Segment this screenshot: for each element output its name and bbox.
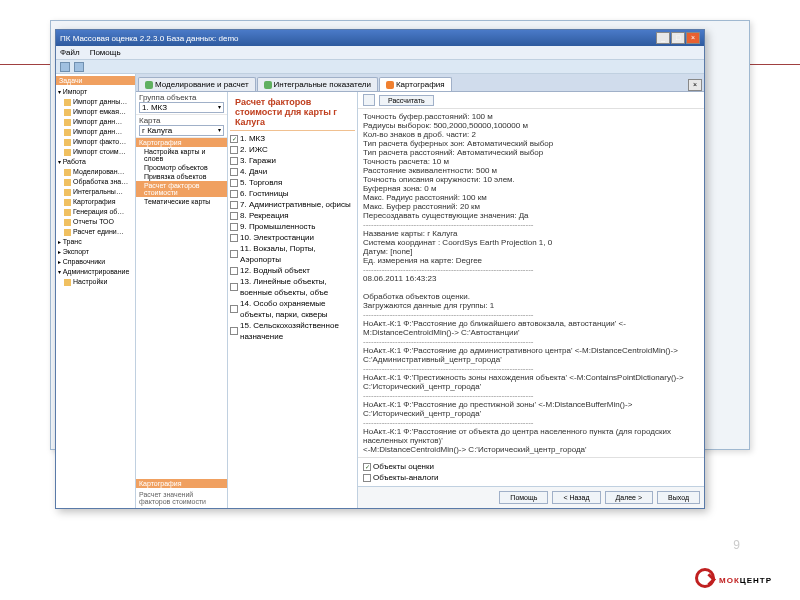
map-select[interactable]: г Калуга bbox=[139, 125, 224, 136]
tree-item[interactable]: Администрирование bbox=[56, 267, 135, 277]
toolbar-icon[interactable] bbox=[60, 62, 70, 72]
tabbar-close-icon[interactable]: × bbox=[688, 79, 702, 91]
checkbox[interactable] bbox=[230, 250, 238, 258]
group-check-item[interactable]: 2. ИЖС bbox=[230, 144, 355, 155]
group-check-item[interactable]: 8. Рекреация bbox=[230, 210, 355, 221]
side-section-header: Картография bbox=[136, 138, 227, 147]
tree-item[interactable]: Справочники bbox=[56, 257, 135, 267]
checkbox[interactable] bbox=[230, 212, 238, 220]
group-label: Группа объекта bbox=[139, 93, 224, 102]
group-check-item[interactable]: 5. Торговля bbox=[230, 177, 355, 188]
side-panel: Группа объекта 1. МКЗ Карта г Калуга Кар… bbox=[136, 92, 228, 508]
log-tool-icon[interactable] bbox=[363, 94, 375, 106]
exit-button[interactable]: Выход bbox=[657, 491, 700, 504]
checkbox-objects-eval[interactable] bbox=[363, 463, 371, 471]
tab[interactable]: Интегральные показатели bbox=[257, 77, 378, 91]
checkbox[interactable] bbox=[230, 179, 238, 187]
log-panel: Рассчитать Точность буфер.расстояний: 10… bbox=[358, 92, 704, 508]
tab-icon bbox=[145, 81, 153, 89]
checkbox[interactable] bbox=[230, 201, 238, 209]
tree-item[interactable]: Импорт bbox=[56, 87, 135, 97]
help-button[interactable]: Помощь bbox=[499, 491, 548, 504]
tree-item[interactable]: Импорт данн… bbox=[56, 127, 135, 137]
group-checklist-panel: Расчет факторов стоимости для карты г Ка… bbox=[228, 92, 358, 508]
tree-item[interactable]: Импорт стоим… bbox=[56, 147, 135, 157]
log-output: Точность буфер.расстояний: 100 мРадиусы … bbox=[358, 109, 704, 457]
tree-item[interactable]: Обработка зна… bbox=[56, 177, 135, 187]
side-footer-text: Расчет значений факторов стоимости bbox=[136, 488, 227, 508]
minimize-button[interactable]: _ bbox=[656, 32, 670, 44]
tree-item[interactable]: Отчеты ТОО bbox=[56, 217, 135, 227]
group-check-item[interactable]: 14. Особо охраняемые объекты, парки, скв… bbox=[230, 298, 355, 320]
group-check-item[interactable]: 10. Электростанции bbox=[230, 232, 355, 243]
group-check-item[interactable]: 6. Гостиницы bbox=[230, 188, 355, 199]
group-check-item[interactable]: 4. Дачи bbox=[230, 166, 355, 177]
back-button[interactable]: < Назад bbox=[552, 491, 600, 504]
logo-icon bbox=[695, 568, 715, 588]
tree-item[interactable]: Импорт данн… bbox=[56, 117, 135, 127]
tree-item[interactable]: Работа bbox=[56, 157, 135, 167]
menu-file[interactable]: Файл bbox=[60, 48, 80, 57]
group-check-item[interactable]: 3. Гаражи bbox=[230, 155, 355, 166]
map-label: Карта bbox=[139, 116, 224, 125]
tab-icon bbox=[386, 81, 394, 89]
dialog-button-row: Помощь < Назад Далее > Выход bbox=[358, 486, 704, 508]
side-item[interactable]: Тематические карты bbox=[136, 197, 227, 206]
task-tree: Задачи ИмпортИмпорт данны…Импорт емкая…И… bbox=[56, 74, 136, 508]
calculate-button[interactable]: Рассчитать bbox=[379, 95, 434, 106]
tree-item[interactable]: Импорт данны… bbox=[56, 97, 135, 107]
checkbox[interactable] bbox=[230, 327, 238, 335]
side-item[interactable]: Настройка карты и слоев bbox=[136, 147, 227, 163]
main-window: ПК Массовая оценка 2.2.3.0 База данных: … bbox=[55, 29, 705, 509]
tree-item[interactable]: Импорт факто… bbox=[56, 137, 135, 147]
checkbox[interactable] bbox=[230, 146, 238, 154]
checkbox-objects-analog[interactable] bbox=[363, 474, 371, 482]
checkbox[interactable] bbox=[230, 168, 238, 176]
tree-item[interactable]: Настройки bbox=[56, 277, 135, 287]
side-item[interactable]: Просмотр объектов bbox=[136, 163, 227, 172]
checkbox[interactable] bbox=[230, 190, 238, 198]
checkbox[interactable] bbox=[230, 157, 238, 165]
tree-item[interactable]: Транс bbox=[56, 237, 135, 247]
group-select[interactable]: 1. МКЗ bbox=[139, 102, 224, 113]
tree-item[interactable]: Экспорт bbox=[56, 247, 135, 257]
checkbox[interactable] bbox=[230, 135, 238, 143]
tree-item[interactable]: Картография bbox=[56, 197, 135, 207]
tree-item[interactable]: Генерация об… bbox=[56, 207, 135, 217]
tab-bar: Моделирование и расчетИнтегральные показ… bbox=[136, 74, 704, 92]
checkbox[interactable] bbox=[230, 283, 238, 291]
tree-item[interactable]: Моделирован… bbox=[56, 167, 135, 177]
checkbox[interactable] bbox=[230, 223, 238, 231]
side-footer-header: Картография bbox=[136, 479, 227, 488]
tree-item[interactable]: Интегральны… bbox=[56, 187, 135, 197]
menubar: Файл Помощь bbox=[56, 46, 704, 60]
menu-help[interactable]: Помощь bbox=[90, 48, 121, 57]
logo: МОКЦЕНТР bbox=[695, 568, 772, 588]
checkbox[interactable] bbox=[230, 305, 238, 313]
group-check-item[interactable]: 7. Административные, офисы bbox=[230, 199, 355, 210]
tab-icon bbox=[264, 81, 272, 89]
titlebar: ПК Массовая оценка 2.2.3.0 База данных: … bbox=[56, 30, 704, 46]
checkbox[interactable] bbox=[230, 234, 238, 242]
checkbox[interactable] bbox=[230, 267, 238, 275]
right-panel-title: Расчет факторов стоимости для карты г Ка… bbox=[235, 97, 350, 127]
maximize-button[interactable]: □ bbox=[671, 32, 685, 44]
group-check-item[interactable]: 13. Линейные объекты, военные объекты, о… bbox=[230, 276, 355, 298]
group-check-item[interactable]: 9. Промышленность bbox=[230, 221, 355, 232]
side-item[interactable]: Привязка объектов bbox=[136, 172, 227, 181]
window-title: ПК Массовая оценка 2.2.3.0 База данных: … bbox=[60, 34, 656, 43]
close-button[interactable]: × bbox=[686, 32, 700, 44]
tree-item[interactable]: Импорт емкая… bbox=[56, 107, 135, 117]
tab[interactable]: Моделирование и расчет bbox=[138, 77, 256, 91]
next-button[interactable]: Далее > bbox=[605, 491, 654, 504]
tree-item[interactable]: Расчет едини… bbox=[56, 227, 135, 237]
tab[interactable]: Картография bbox=[379, 77, 452, 91]
slide-number: 9 bbox=[733, 538, 740, 552]
group-check-item[interactable]: 1. МКЗ bbox=[230, 133, 355, 144]
group-check-item[interactable]: 12. Водный объект bbox=[230, 265, 355, 276]
group-check-item[interactable]: 15. Сельскохозяйственное назначение bbox=[230, 320, 355, 342]
group-check-item[interactable]: 11. Вокзалы, Порты, Аэропорты bbox=[230, 243, 355, 265]
toolbar-icon[interactable] bbox=[74, 62, 84, 72]
toolbar bbox=[56, 60, 704, 74]
side-item[interactable]: Расчет факторов стоимости bbox=[136, 181, 227, 197]
